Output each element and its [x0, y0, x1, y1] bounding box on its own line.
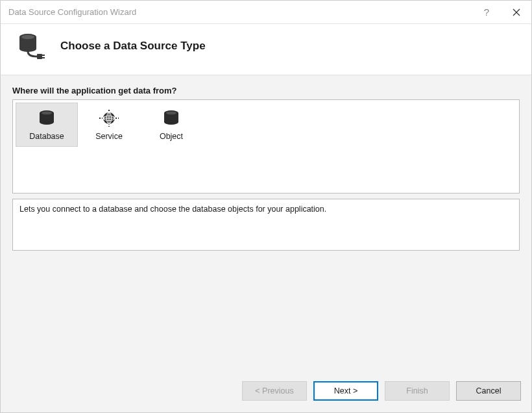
close-icon	[513, 8, 520, 16]
datasource-type-list: Database Service	[12, 99, 520, 194]
wizard-content: Where will the application get data from…	[1, 75, 531, 372]
wizard-footer: < Previous Next > Finish Cancel	[1, 372, 531, 412]
header-database-icon	[14, 33, 50, 59]
svg-rect-7	[37, 54, 42, 59]
svg-point-4	[19, 45, 36, 52]
database-icon	[38, 108, 55, 128]
service-icon	[99, 108, 119, 128]
svg-point-12	[40, 119, 54, 125]
datasource-option-object[interactable]: Object	[140, 103, 202, 147]
option-label: Service	[95, 132, 123, 141]
object-icon	[163, 108, 180, 128]
finish-button: Finish	[385, 381, 450, 401]
datasource-option-service[interactable]: Service	[78, 103, 140, 147]
svg-point-6	[21, 35, 34, 40]
close-button[interactable]	[502, 1, 531, 24]
previous-button: < Previous	[242, 381, 307, 401]
title-bar: Data Source Configuration Wizard ?	[1, 1, 531, 24]
wizard-step-title: Choose a Data Source Type	[60, 40, 206, 53]
next-button[interactable]: Next >	[313, 381, 378, 401]
cancel-button[interactable]: Cancel	[456, 381, 521, 401]
window-title: Data Source Configuration Wizard	[8, 7, 472, 17]
svg-point-25	[164, 119, 178, 125]
svg-point-26	[166, 112, 176, 115]
prompt-label: Where will the application get data from…	[12, 86, 520, 95]
option-label: Object	[160, 132, 183, 141]
wizard-header: Choose a Data Source Type	[1, 24, 531, 75]
help-button[interactable]: ?	[472, 1, 502, 24]
description-text: Lets you connect to a database and choos…	[19, 205, 326, 214]
datasource-option-database[interactable]: Database	[16, 103, 78, 147]
datasource-description: Lets you connect to a database and choos…	[12, 199, 520, 251]
option-label: Database	[29, 132, 64, 141]
svg-point-13	[42, 112, 52, 115]
